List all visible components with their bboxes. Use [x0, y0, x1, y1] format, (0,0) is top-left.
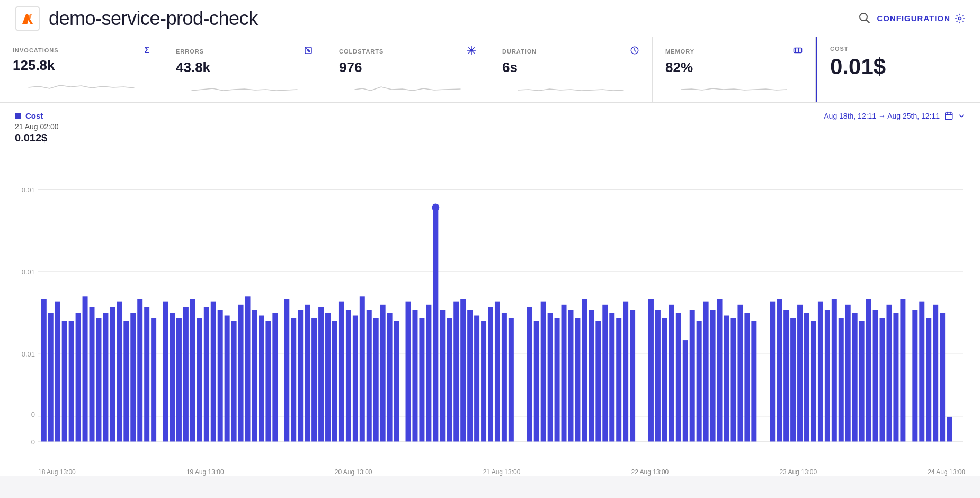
svg-rect-134 — [825, 310, 830, 441]
coldstarts-icon — [467, 46, 476, 57]
svg-rect-65 — [311, 318, 317, 442]
svg-rect-45 — [170, 313, 175, 441]
svg-rect-93 — [509, 318, 514, 442]
svg-rect-50 — [204, 307, 209, 441]
lambda-logo — [15, 6, 40, 31]
svg-text:0.01: 0.01 — [22, 350, 35, 358]
svg-rect-47 — [183, 307, 189, 441]
svg-point-3 — [959, 17, 961, 20]
calendar-icon — [944, 111, 954, 121]
svg-rect-139 — [859, 321, 865, 442]
svg-rect-42 — [144, 307, 149, 441]
svg-rect-113 — [669, 305, 674, 442]
svg-rect-81 — [426, 305, 431, 442]
svg-rect-72 — [360, 296, 365, 441]
svg-rect-28 — [48, 313, 54, 441]
spike-dot — [432, 203, 439, 211]
duration-label: DURATION — [502, 48, 537, 55]
svg-rect-97 — [548, 313, 553, 441]
legend-dot — [15, 113, 21, 119]
svg-rect-33 — [83, 296, 88, 441]
errors-icon — [304, 46, 313, 57]
svg-rect-119 — [710, 310, 716, 441]
svg-rect-91 — [495, 302, 500, 442]
svg-rect-51 — [211, 302, 216, 442]
svg-rect-117 — [697, 321, 702, 442]
svg-rect-124 — [744, 313, 750, 441]
svg-text:0.01: 0.01 — [22, 268, 35, 276]
svg-rect-64 — [305, 305, 310, 442]
svg-rect-122 — [730, 318, 736, 442]
svg-text:0: 0 — [31, 438, 35, 446]
chart-date-range[interactable]: Aug 18th, 12:11 → Aug 25th, 12:11 — [824, 111, 965, 121]
svg-rect-69 — [339, 302, 344, 442]
svg-rect-86 — [460, 299, 466, 441]
svg-rect-125 — [751, 321, 756, 442]
svg-rect-132 — [811, 321, 816, 442]
svg-rect-144 — [893, 313, 898, 441]
svg-rect-116 — [690, 310, 695, 441]
svg-rect-140 — [866, 299, 871, 441]
svg-rect-61 — [284, 299, 289, 441]
svg-text:0.01: 0.01 — [22, 186, 35, 194]
svg-rect-99 — [562, 305, 567, 442]
svg-rect-54 — [231, 321, 237, 442]
svg-rect-80 — [419, 318, 424, 442]
chart-section: Cost 21 Aug 02:00 0.012$ Aug 18th, 12:11… — [0, 103, 980, 476]
svg-rect-67 — [325, 313, 331, 441]
metric-errors: ERRORS 43.8k — [163, 37, 326, 102]
svg-rect-79 — [412, 310, 417, 441]
metric-cost: COST 0.01$ — [816, 37, 980, 102]
metrics-bar: INVOCATIONS Σ 125.8k ERRORS 43.8k COLDST… — [0, 37, 980, 103]
svg-rect-71 — [353, 316, 358, 442]
invocations-sparkline — [13, 77, 150, 92]
chart-header: Cost 21 Aug 02:00 0.012$ Aug 18th, 12:11… — [15, 111, 965, 144]
chart-time-label: 21 Aug 02:00 — [15, 122, 59, 131]
search-button[interactable] — [858, 11, 870, 26]
svg-rect-121 — [724, 316, 729, 442]
svg-rect-34 — [90, 307, 95, 441]
svg-rect-100 — [568, 310, 574, 441]
svg-rect-88 — [474, 316, 479, 442]
svg-rect-115 — [683, 340, 688, 441]
svg-rect-120 — [717, 299, 723, 441]
cost-value: 0.01$ — [830, 54, 967, 79]
memory-icon — [793, 46, 803, 57]
svg-rect-126 — [770, 302, 775, 442]
svg-rect-136 — [839, 318, 844, 442]
svg-rect-102 — [582, 299, 587, 441]
svg-rect-89 — [481, 321, 486, 442]
coldstarts-label: COLDSTARTS — [339, 48, 384, 55]
svg-rect-55 — [238, 305, 244, 442]
svg-rect-133 — [818, 302, 823, 442]
header-right: CONFIGURATION — [858, 11, 965, 26]
memory-sparkline — [665, 79, 803, 94]
svg-rect-29 — [55, 302, 60, 442]
svg-rect-31 — [69, 321, 74, 442]
svg-rect-85 — [453, 302, 459, 442]
metric-invocations: INVOCATIONS Σ 125.8k — [0, 37, 163, 102]
configuration-link[interactable]: CONFIGURATION — [877, 13, 965, 24]
svg-rect-37 — [110, 307, 115, 441]
svg-rect-104 — [595, 321, 601, 442]
duration-value: 6s — [502, 59, 639, 76]
x-axis-labels: 18 Aug 13:00 19 Aug 13:00 20 Aug 13:00 2… — [15, 466, 965, 476]
svg-rect-98 — [555, 318, 560, 442]
svg-rect-142 — [880, 318, 885, 442]
chart-wrapper: 0.01 0.01 0.01 0 0 — [15, 148, 965, 466]
invocations-icon: Σ — [144, 46, 150, 55]
svg-rect-27 — [41, 299, 47, 441]
svg-rect-143 — [886, 305, 892, 442]
svg-rect-78 — [406, 302, 411, 442]
svg-rect-49 — [197, 318, 202, 442]
memory-label: MEMORY — [665, 48, 694, 55]
svg-rect-41 — [137, 299, 142, 441]
svg-rect-106 — [609, 313, 614, 441]
svg-rect-101 — [575, 318, 580, 442]
svg-rect-73 — [367, 310, 372, 441]
x-label-0: 18 Aug 13:00 — [38, 468, 76, 476]
svg-rect-35 — [96, 318, 101, 442]
bar-chart: 0.01 0.01 0.01 0 0 — [15, 148, 965, 466]
svg-rect-145 — [900, 299, 905, 441]
bar-group — [41, 209, 952, 442]
